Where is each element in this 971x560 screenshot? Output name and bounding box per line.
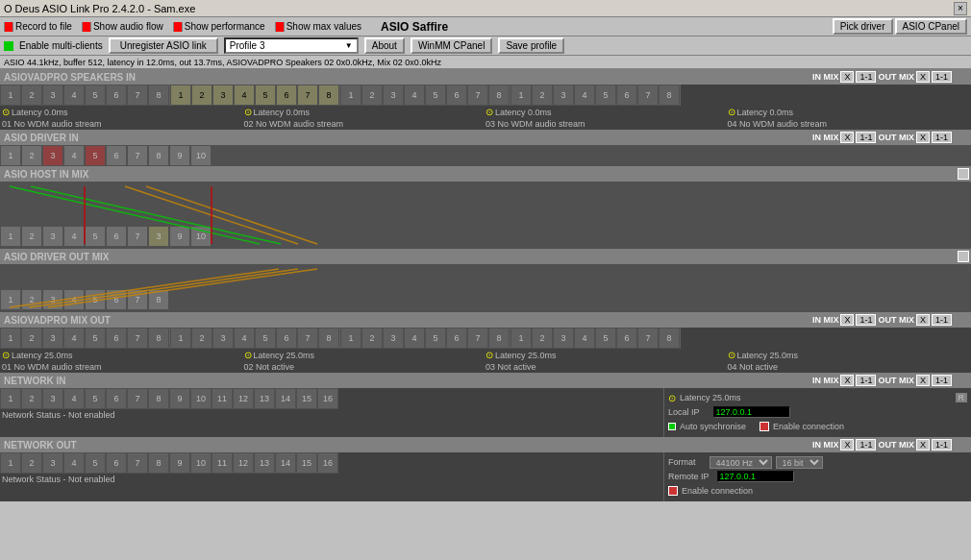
ch-dom-1[interactable]: 1 [0, 289, 21, 310]
ch-spk-4-1[interactable]: 1 [510, 85, 532, 106]
ch-spk-1-7[interactable]: 7 [127, 85, 148, 106]
ch-ni-12[interactable]: 12 [233, 388, 254, 409]
ch-spk-2-3[interactable]: 3 [212, 85, 234, 106]
ch-ni-11[interactable]: 11 [212, 388, 233, 409]
ch-mo-2-2[interactable]: 2 [191, 328, 212, 349]
net-out-enable-checkbox[interactable] [668, 486, 678, 496]
ch-spk-2-2[interactable]: 2 [191, 85, 212, 106]
perf-checkbox[interactable] [173, 22, 183, 32]
net-out-out-11-btn[interactable]: 1-1 [932, 439, 952, 450]
ch-spk-2-8[interactable]: 8 [318, 85, 339, 106]
driver-in-11-btn[interactable]: 1-1 [856, 132, 876, 143]
ch-mo-4-1[interactable]: 1 [510, 328, 532, 349]
ch-no-16[interactable]: 16 [317, 452, 338, 474]
ch-din-1[interactable]: 1 [0, 145, 21, 166]
ch-mo-3-1[interactable]: 1 [340, 328, 361, 349]
ch-dom-6[interactable]: 6 [106, 289, 127, 310]
ch-mo-4-7[interactable]: 7 [637, 328, 659, 349]
mix-out-out-11-btn[interactable]: 1-1 [932, 314, 952, 326]
speakers-out-mix-11-btn[interactable]: 1-1 [932, 71, 952, 83]
ch-mo-2-3[interactable]: 3 [212, 328, 234, 349]
net-in-out-11-btn[interactable]: 1-1 [932, 375, 952, 386]
enable-conn-checkbox[interactable] [759, 422, 769, 431]
ch-mo-1-1[interactable]: 1 [0, 328, 21, 349]
net-out-x-btn[interactable]: X [840, 439, 854, 450]
ch-ni-5[interactable]: 5 [85, 388, 106, 409]
ch-spk-4-7[interactable]: 7 [637, 85, 659, 106]
ch-mo-4-2[interactable]: 2 [532, 328, 553, 349]
ch-mo-4-5[interactable]: 5 [595, 328, 616, 349]
ch-mo-3-2[interactable]: 2 [361, 328, 383, 349]
ch-ni-9[interactable]: 9 [169, 388, 190, 409]
ch-spk-4-2[interactable]: 2 [532, 85, 553, 106]
ch-mo-1-2[interactable]: 2 [21, 328, 42, 349]
about-button[interactable]: About [364, 37, 405, 54]
ch-no-8[interactable]: 8 [148, 452, 169, 474]
close-button[interactable]: × [954, 2, 967, 15]
ch-din-3[interactable]: 3 [42, 145, 63, 166]
ch-spk-1-4[interactable]: 4 [63, 85, 85, 106]
ch-mo-2-4[interactable]: 4 [234, 328, 255, 349]
ch-din-6[interactable]: 6 [106, 145, 127, 166]
mix-out-in-x-btn[interactable]: X [840, 314, 854, 326]
driver-in-x-btn[interactable]: X [840, 132, 854, 143]
winmm-cpanel-button[interactable]: WinMM CPanel [411, 37, 492, 54]
ch-no-6[interactable]: 6 [106, 452, 127, 474]
ch-din-9[interactable]: 9 [169, 145, 190, 166]
ch-spk-2-4[interactable]: 4 [234, 85, 255, 106]
host-in-mix-close-btn[interactable]: x [958, 168, 969, 180]
ch-spk-3-3[interactable]: 3 [383, 85, 404, 106]
ch-din-4[interactable]: 4 [63, 145, 85, 166]
ch-no-10[interactable]: 10 [190, 452, 212, 474]
ch-dom-7[interactable]: 7 [127, 289, 148, 310]
speakers-out-mix-x-btn[interactable]: X [916, 71, 930, 83]
ch-no-1[interactable]: 1 [0, 452, 21, 474]
remote-ip-input[interactable] [717, 471, 794, 482]
ch-ni-3[interactable]: 3 [42, 388, 63, 409]
net-out-out-x-btn[interactable]: X [916, 439, 930, 450]
net-in-x-btn[interactable]: X [840, 375, 854, 386]
auto-sync-checkbox[interactable] [668, 423, 676, 430]
ch-dom-3[interactable]: 3 [42, 289, 63, 310]
ch-no-5[interactable]: 5 [85, 452, 106, 474]
ch-mo-2-7[interactable]: 7 [297, 328, 318, 349]
profile-select[interactable]: Profile 3 ▼ [224, 37, 359, 54]
ch-ni-7[interactable]: 7 [127, 388, 148, 409]
ch-spk-1-5[interactable]: 5 [85, 85, 106, 106]
ch-spk-3-5[interactable]: 5 [425, 85, 446, 106]
ch-him-10[interactable]: 10 [190, 226, 212, 247]
max-values-checkbox[interactable] [275, 22, 285, 32]
ch-spk-1-8[interactable]: 8 [148, 85, 169, 106]
ch-din-7[interactable]: 7 [127, 145, 148, 166]
save-profile-button[interactable]: Save profile [498, 37, 564, 54]
ch-spk-4-3[interactable]: 3 [553, 85, 574, 106]
ch-ni-2[interactable]: 2 [21, 388, 42, 409]
ch-him-9[interactable]: 9 [169, 226, 190, 247]
ch-mo-2-1[interactable]: 1 [170, 328, 191, 349]
unregister-button[interactable]: Unregister ASIO link [109, 37, 218, 54]
record-checkbox[interactable] [4, 22, 13, 32]
ch-spk-3-6[interactable]: 6 [446, 85, 467, 106]
ch-mo-3-4[interactable]: 4 [404, 328, 425, 349]
ch-din-5[interactable]: 5 [85, 145, 106, 166]
ch-spk-3-2[interactable]: 2 [361, 85, 383, 106]
ch-spk-1-3[interactable]: 3 [42, 85, 63, 106]
ch-ni-15[interactable]: 15 [296, 388, 317, 409]
ch-spk-4-5[interactable]: 5 [595, 85, 616, 106]
ch-mo-4-6[interactable]: 6 [616, 328, 637, 349]
ch-spk-2-7[interactable]: 7 [297, 85, 318, 106]
ch-din-8[interactable]: 8 [148, 145, 169, 166]
ch-no-15[interactable]: 15 [296, 452, 317, 474]
ch-din-10[interactable]: 10 [190, 145, 212, 166]
ch-dom-8[interactable]: 8 [148, 289, 169, 310]
ch-mo-3-8[interactable]: 8 [488, 328, 510, 349]
ch-ni-6[interactable]: 6 [106, 388, 127, 409]
ch-spk-3-8[interactable]: 8 [488, 85, 510, 106]
ch-no-7[interactable]: 7 [127, 452, 148, 474]
ch-spk-2-5[interactable]: 5 [255, 85, 276, 106]
format-select[interactable]: 44100 Hz [710, 456, 772, 469]
ch-mo-2-6[interactable]: 6 [276, 328, 297, 349]
ch-spk-2-1[interactable]: 1 [170, 85, 191, 106]
driver-in-out-11-btn[interactable]: 1-1 [932, 132, 952, 143]
ch-mo-4-3[interactable]: 3 [553, 328, 574, 349]
